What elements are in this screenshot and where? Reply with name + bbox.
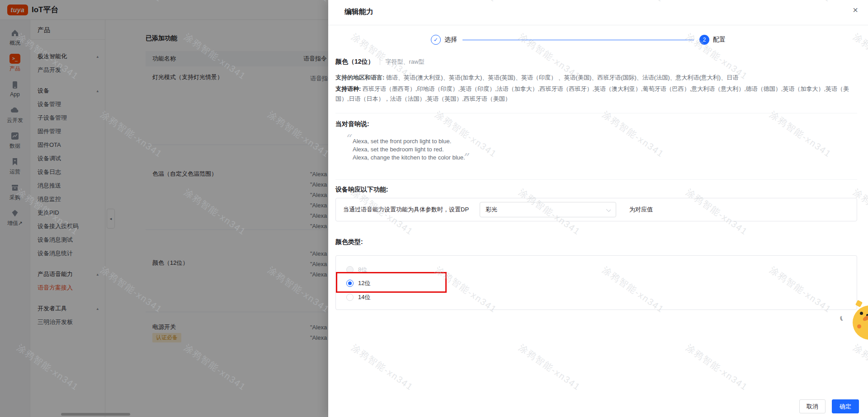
quote-close-icon: ” bbox=[462, 151, 468, 164]
dp-sentence-suffix: 为对应值 bbox=[629, 206, 653, 214]
supported-languages-label: 支持语种: bbox=[335, 85, 361, 92]
voice-examples: Alexa, set the front porch light to blue… bbox=[353, 137, 465, 162]
dp-select[interactable]: 彩光 bbox=[480, 202, 616, 217]
voice-example-line: Alexa, set the front porch light to blue… bbox=[353, 137, 465, 145]
confirm-button[interactable]: 确定 bbox=[832, 399, 859, 413]
color-type-label: 颜色类型: bbox=[335, 238, 363, 246]
drawer-title: 编辑能力 bbox=[344, 7, 373, 17]
edit-capability-drawer: 编辑能力 × ✓ 选择 2 配置 颜色（12位） 字符型、raw型 支持的地区和… bbox=[328, 0, 868, 417]
device-respond-title: 设备响应以下功能: bbox=[335, 186, 388, 194]
step-done-check-icon: ✓ bbox=[431, 35, 441, 45]
supported-languages-text: 西班牙语（墨西哥）,印地语（印度）,英语（印度）,法语（加拿大）,西班牙语（西班… bbox=[335, 85, 849, 102]
radio-option-label: 14位 bbox=[358, 293, 370, 301]
radio-icon bbox=[346, 266, 354, 273]
radio-option-label: 12位 bbox=[358, 279, 370, 287]
drawer-header-divider bbox=[328, 25, 868, 25]
capability-type: 字符型、raw型 bbox=[386, 58, 425, 66]
capability-name: 颜色（12位） bbox=[335, 58, 374, 66]
vertical-divider bbox=[380, 59, 380, 65]
quote-open-icon: “ bbox=[344, 132, 350, 145]
close-icon[interactable]: × bbox=[853, 5, 858, 14]
color-type-options-box bbox=[335, 255, 857, 310]
voice-example-line: Alexa, set the bedroom light to red. bbox=[353, 145, 465, 154]
section-divider bbox=[335, 179, 857, 180]
stepper-connector bbox=[462, 40, 694, 40]
dp-sentence-prefix: 当通过语音能力设置功能为具体参数时，设置DP bbox=[343, 206, 469, 214]
stepper: ✓ 选择 2 配置 bbox=[431, 35, 726, 45]
radio-option-label: 8位 bbox=[358, 266, 367, 274]
supported-regions: 支持的地区和语言: 德语、英语(澳大利亚)、英语(加拿大)、英语(英国)、英语（… bbox=[335, 73, 860, 82]
step-number-badge: 2 bbox=[699, 35, 709, 45]
step-label-select: 选择 bbox=[444, 36, 457, 44]
capability-header: 颜色（12位） 字符型、raw型 bbox=[335, 58, 425, 66]
step-label-configure: 配置 bbox=[713, 36, 726, 44]
radio-option[interactable]: 8位 bbox=[346, 263, 367, 276]
radio-option[interactable]: 14位 bbox=[346, 291, 370, 304]
supported-regions-text: 德语、英语(澳大利亚)、英语(加拿大)、英语(英国)、英语（印度） 、英语(美国… bbox=[386, 74, 738, 81]
dp-select-value: 彩光 bbox=[486, 206, 497, 214]
radio-option[interactable]: 12位 bbox=[346, 277, 370, 290]
chevron-down-icon bbox=[606, 207, 611, 212]
radio-icon bbox=[346, 280, 354, 287]
section-divider bbox=[335, 113, 857, 113]
voice-example-line: Alexa, change the kitchen to the color b… bbox=[353, 154, 465, 162]
radio-icon bbox=[346, 294, 354, 301]
dp-mapping-box: 当通过语音能力设置功能为具体参数时，设置DP 彩光 为对应值 bbox=[335, 198, 857, 221]
supported-regions-label: 支持的地区和语言: bbox=[335, 74, 384, 81]
supported-languages: 支持语种: 西班牙语（墨西哥）,印地语（印度）,英语（印度）,法语（加拿大）,西… bbox=[335, 84, 861, 104]
app-root: tuya IoT平台 概况 >_ 产品 App 云开发 数据 运营 bbox=[0, 0, 868, 417]
say-to-speaker-title: 当对音响说: bbox=[335, 120, 369, 128]
cancel-button[interactable]: 取消 bbox=[799, 399, 826, 413]
